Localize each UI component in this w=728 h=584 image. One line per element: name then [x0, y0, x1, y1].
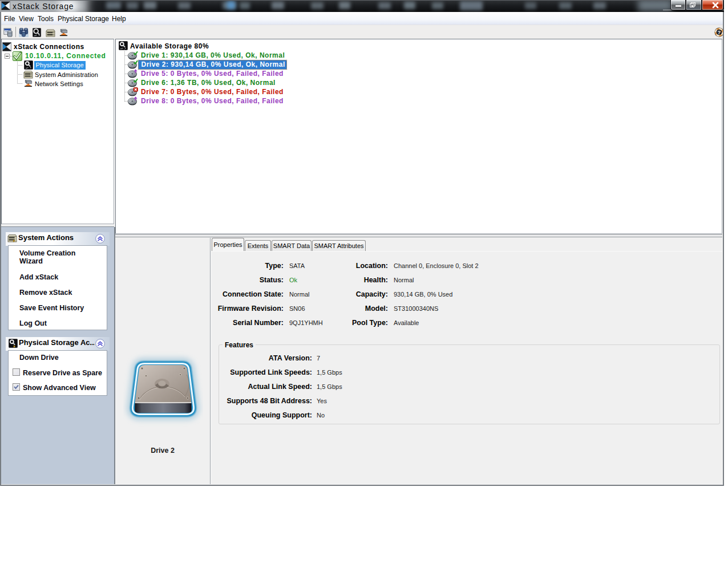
svg-text:?: ?: [718, 29, 721, 35]
